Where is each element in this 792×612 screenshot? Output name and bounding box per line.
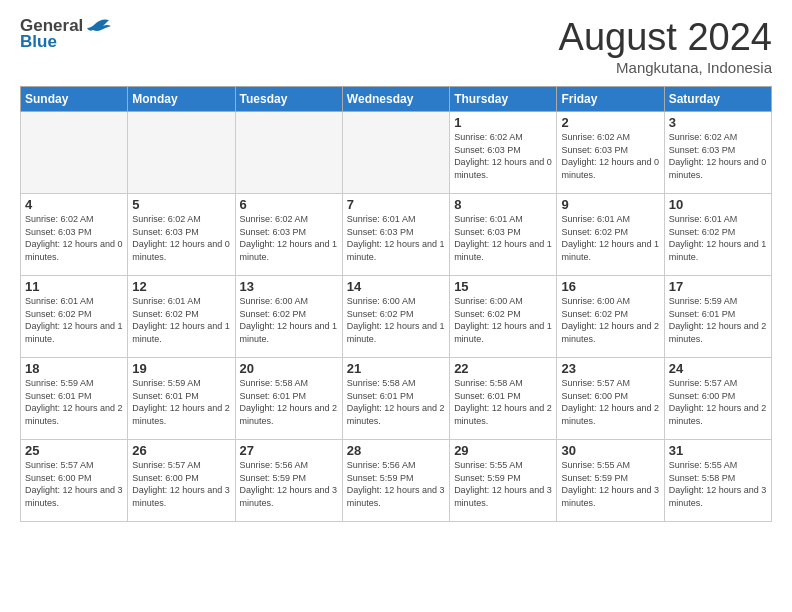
day-number: 6 <box>240 197 338 212</box>
day-info: Sunrise: 5:59 AMSunset: 6:01 PMDaylight:… <box>669 295 767 345</box>
title-block: August 2024 Mangkutana, Indonesia <box>559 16 772 76</box>
day-number: 25 <box>25 443 123 458</box>
day-number: 17 <box>669 279 767 294</box>
calendar-cell: 21Sunrise: 5:58 AMSunset: 6:01 PMDayligh… <box>342 358 449 440</box>
calendar-cell: 8Sunrise: 6:01 AMSunset: 6:03 PMDaylight… <box>450 194 557 276</box>
day-number: 8 <box>454 197 552 212</box>
day-info: Sunrise: 5:55 AMSunset: 5:59 PMDaylight:… <box>561 459 659 509</box>
month-title: August 2024 <box>559 16 772 59</box>
calendar-cell: 26Sunrise: 5:57 AMSunset: 6:00 PMDayligh… <box>128 440 235 522</box>
calendar-cell: 29Sunrise: 5:55 AMSunset: 5:59 PMDayligh… <box>450 440 557 522</box>
day-number: 26 <box>132 443 230 458</box>
page-container: General Blue August 2024 Mangkutana, Ind… <box>0 0 792 532</box>
calendar-cell: 17Sunrise: 5:59 AMSunset: 6:01 PMDayligh… <box>664 276 771 358</box>
day-info: Sunrise: 6:02 AMSunset: 6:03 PMDaylight:… <box>25 213 123 263</box>
day-number: 1 <box>454 115 552 130</box>
day-header-friday: Friday <box>557 87 664 112</box>
day-info: Sunrise: 6:02 AMSunset: 6:03 PMDaylight:… <box>240 213 338 263</box>
day-number: 16 <box>561 279 659 294</box>
day-info: Sunrise: 5:58 AMSunset: 6:01 PMDaylight:… <box>454 377 552 427</box>
calendar-cell: 22Sunrise: 5:58 AMSunset: 6:01 PMDayligh… <box>450 358 557 440</box>
calendar-cell <box>235 112 342 194</box>
calendar-table: SundayMondayTuesdayWednesdayThursdayFrid… <box>20 86 772 522</box>
day-info: Sunrise: 6:00 AMSunset: 6:02 PMDaylight:… <box>454 295 552 345</box>
calendar-cell: 20Sunrise: 5:58 AMSunset: 6:01 PMDayligh… <box>235 358 342 440</box>
day-info: Sunrise: 5:59 AMSunset: 6:01 PMDaylight:… <box>132 377 230 427</box>
calendar-cell: 6Sunrise: 6:02 AMSunset: 6:03 PMDaylight… <box>235 194 342 276</box>
day-number: 4 <box>25 197 123 212</box>
calendar-week-row: 25Sunrise: 5:57 AMSunset: 6:00 PMDayligh… <box>21 440 772 522</box>
day-number: 7 <box>347 197 445 212</box>
calendar-cell: 27Sunrise: 5:56 AMSunset: 5:59 PMDayligh… <box>235 440 342 522</box>
day-number: 18 <box>25 361 123 376</box>
day-info: Sunrise: 5:58 AMSunset: 6:01 PMDaylight:… <box>240 377 338 427</box>
day-info: Sunrise: 6:00 AMSunset: 6:02 PMDaylight:… <box>240 295 338 345</box>
calendar-cell: 23Sunrise: 5:57 AMSunset: 6:00 PMDayligh… <box>557 358 664 440</box>
location-title: Mangkutana, Indonesia <box>559 59 772 76</box>
day-info: Sunrise: 5:57 AMSunset: 6:00 PMDaylight:… <box>561 377 659 427</box>
day-info: Sunrise: 5:59 AMSunset: 6:01 PMDaylight:… <box>25 377 123 427</box>
day-number: 3 <box>669 115 767 130</box>
calendar-cell: 28Sunrise: 5:56 AMSunset: 5:59 PMDayligh… <box>342 440 449 522</box>
day-header-sunday: Sunday <box>21 87 128 112</box>
calendar-cell: 16Sunrise: 6:00 AMSunset: 6:02 PMDayligh… <box>557 276 664 358</box>
header: General Blue August 2024 Mangkutana, Ind… <box>20 16 772 76</box>
calendar-cell: 3Sunrise: 6:02 AMSunset: 6:03 PMDaylight… <box>664 112 771 194</box>
day-info: Sunrise: 6:01 AMSunset: 6:02 PMDaylight:… <box>25 295 123 345</box>
day-info: Sunrise: 6:01 AMSunset: 6:02 PMDaylight:… <box>132 295 230 345</box>
calendar-week-row: 11Sunrise: 6:01 AMSunset: 6:02 PMDayligh… <box>21 276 772 358</box>
day-number: 20 <box>240 361 338 376</box>
day-header-tuesday: Tuesday <box>235 87 342 112</box>
day-number: 11 <box>25 279 123 294</box>
day-number: 29 <box>454 443 552 458</box>
calendar-cell: 14Sunrise: 6:00 AMSunset: 6:02 PMDayligh… <box>342 276 449 358</box>
day-number: 14 <box>347 279 445 294</box>
day-number: 12 <box>132 279 230 294</box>
calendar-cell: 30Sunrise: 5:55 AMSunset: 5:59 PMDayligh… <box>557 440 664 522</box>
day-info: Sunrise: 6:01 AMSunset: 6:03 PMDaylight:… <box>347 213 445 263</box>
day-number: 24 <box>669 361 767 376</box>
calendar-cell: 9Sunrise: 6:01 AMSunset: 6:02 PMDaylight… <box>557 194 664 276</box>
calendar-cell: 19Sunrise: 5:59 AMSunset: 6:01 PMDayligh… <box>128 358 235 440</box>
calendar-cell <box>21 112 128 194</box>
calendar-week-row: 4Sunrise: 6:02 AMSunset: 6:03 PMDaylight… <box>21 194 772 276</box>
calendar-cell: 18Sunrise: 5:59 AMSunset: 6:01 PMDayligh… <box>21 358 128 440</box>
day-info: Sunrise: 5:57 AMSunset: 6:00 PMDaylight:… <box>669 377 767 427</box>
day-info: Sunrise: 5:55 AMSunset: 5:59 PMDaylight:… <box>454 459 552 509</box>
day-header-monday: Monday <box>128 87 235 112</box>
day-info: Sunrise: 6:02 AMSunset: 6:03 PMDaylight:… <box>132 213 230 263</box>
day-number: 2 <box>561 115 659 130</box>
day-info: Sunrise: 6:02 AMSunset: 6:03 PMDaylight:… <box>561 131 659 181</box>
day-info: Sunrise: 6:02 AMSunset: 6:03 PMDaylight:… <box>454 131 552 181</box>
day-info: Sunrise: 5:57 AMSunset: 6:00 PMDaylight:… <box>25 459 123 509</box>
day-info: Sunrise: 5:58 AMSunset: 6:01 PMDaylight:… <box>347 377 445 427</box>
logo-blue-text: Blue <box>20 32 57 52</box>
calendar-cell: 2Sunrise: 6:02 AMSunset: 6:03 PMDaylight… <box>557 112 664 194</box>
day-number: 13 <box>240 279 338 294</box>
day-info: Sunrise: 6:01 AMSunset: 6:02 PMDaylight:… <box>561 213 659 263</box>
day-info: Sunrise: 6:00 AMSunset: 6:02 PMDaylight:… <box>347 295 445 345</box>
day-info: Sunrise: 6:01 AMSunset: 6:02 PMDaylight:… <box>669 213 767 263</box>
day-info: Sunrise: 6:00 AMSunset: 6:02 PMDaylight:… <box>561 295 659 345</box>
calendar-cell: 25Sunrise: 5:57 AMSunset: 6:00 PMDayligh… <box>21 440 128 522</box>
calendar-cell: 24Sunrise: 5:57 AMSunset: 6:00 PMDayligh… <box>664 358 771 440</box>
day-number: 19 <box>132 361 230 376</box>
day-number: 9 <box>561 197 659 212</box>
day-number: 23 <box>561 361 659 376</box>
calendar-cell <box>128 112 235 194</box>
day-number: 31 <box>669 443 767 458</box>
day-info: Sunrise: 5:56 AMSunset: 5:59 PMDaylight:… <box>240 459 338 509</box>
day-number: 10 <box>669 197 767 212</box>
calendar-cell: 5Sunrise: 6:02 AMSunset: 6:03 PMDaylight… <box>128 194 235 276</box>
day-info: Sunrise: 5:56 AMSunset: 5:59 PMDaylight:… <box>347 459 445 509</box>
calendar-cell: 15Sunrise: 6:00 AMSunset: 6:02 PMDayligh… <box>450 276 557 358</box>
calendar-header-row: SundayMondayTuesdayWednesdayThursdayFrid… <box>21 87 772 112</box>
calendar-cell: 11Sunrise: 6:01 AMSunset: 6:02 PMDayligh… <box>21 276 128 358</box>
day-header-thursday: Thursday <box>450 87 557 112</box>
logo-bird-icon <box>85 16 111 36</box>
day-header-saturday: Saturday <box>664 87 771 112</box>
calendar-cell: 1Sunrise: 6:02 AMSunset: 6:03 PMDaylight… <box>450 112 557 194</box>
day-info: Sunrise: 5:55 AMSunset: 5:58 PMDaylight:… <box>669 459 767 509</box>
day-number: 5 <box>132 197 230 212</box>
day-number: 15 <box>454 279 552 294</box>
